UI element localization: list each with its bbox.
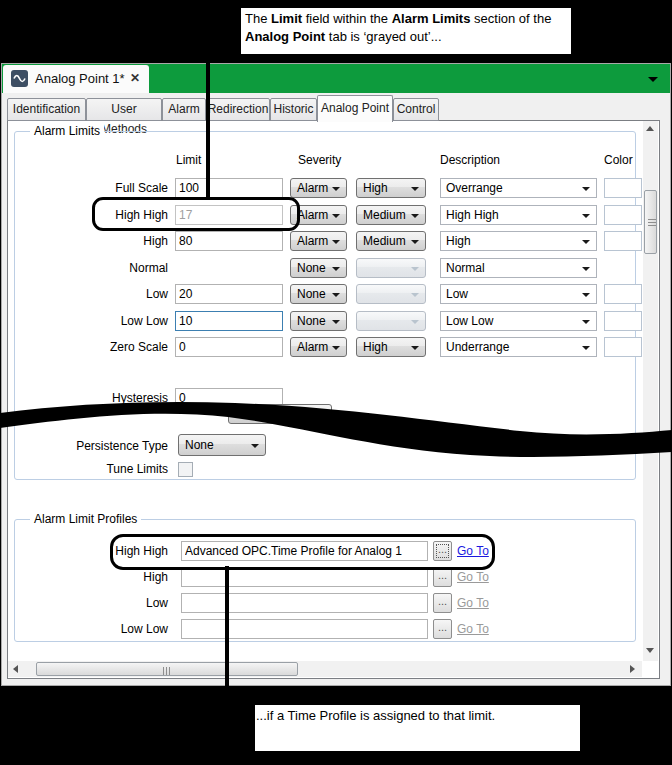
scroll-left-icon[interactable] [13,665,18,673]
color-swatch-high-high[interactable] [604,205,642,225]
chevron-down-icon [582,187,590,191]
callout-line-top [206,54,210,198]
vertical-scrollbar[interactable] [643,121,658,661]
tab-user-methods[interactable]: User Methods [86,98,162,121]
description-select-low[interactable]: Low [440,284,597,304]
color-swatch-zero-scale[interactable] [604,337,642,357]
chevron-down-icon [411,346,419,350]
chevron-down-icon [411,267,419,271]
description-select-low-low[interactable]: Low Low [440,311,597,331]
subseverity-select-normal [356,258,426,278]
browse-button-low-low[interactable]: ... [433,619,452,639]
goto-link-low[interactable]: Go To [457,596,489,610]
severity-select-full-scale[interactable]: Alarm [290,178,347,198]
document-title: Analog Point 1* [35,71,125,86]
image-tear [0,393,672,465]
limit-input-full-scale[interactable] [175,178,283,198]
description-select-full-scale[interactable]: Overrange [440,178,597,198]
limit-input-low[interactable] [175,284,283,304]
color-swatch-full-scale[interactable] [604,178,642,198]
chevron-down-icon [582,320,590,324]
chevron-down-icon [582,346,590,350]
chevron-down-icon [332,267,340,271]
chevron-down-icon [411,240,419,244]
column-header-severity: Severity [298,153,341,167]
tab-control[interactable]: Control [393,98,439,121]
description-select-normal[interactable]: Normal [440,258,597,278]
row-label-low-low: Low Low [30,311,168,331]
tab-alarm[interactable]: Alarm [162,98,206,121]
color-swatch-high[interactable] [604,231,642,251]
chevron-down-icon [411,293,419,297]
scroll-right-icon[interactable] [630,665,635,673]
row-label-high: High [30,231,168,251]
profile-label-high: High [30,567,168,587]
row-label-zero-scale: Zero Scale [30,337,168,357]
severity-select-normal[interactable]: None [290,258,347,278]
row-label-low: Low [30,284,168,304]
chevron-down-icon [332,320,340,324]
description-select-high-high[interactable]: High High [440,205,597,225]
horizontal-scrollbar-thumb[interactable] [36,662,298,676]
profile-input-low-low[interactable] [181,619,428,639]
goto-link-high[interactable]: Go To [457,570,489,584]
profile-input-low[interactable] [181,593,428,613]
browse-button-high[interactable]: ... [433,567,452,587]
column-header-description: Description [440,153,500,167]
severity-select-zero-scale[interactable]: Alarm [290,337,347,357]
chevron-down-icon [582,240,590,244]
callout-note-top: The Limit field within the Alarm Limits … [241,8,571,54]
limit-input-zero-scale[interactable] [175,337,283,357]
note-text: The [245,11,271,26]
close-icon[interactable]: ✕ [130,71,140,85]
tab-historic[interactable]: Historic [270,98,317,121]
subseverity-select-high[interactable]: Medium [356,231,426,251]
chevron-down-icon [411,320,419,324]
limit-input-high[interactable] [175,231,283,251]
chevron-down-icon [332,293,340,297]
callout-note-bottom: ...if a Time Profile is assigned to that… [255,705,580,751]
chevron-down-icon [582,214,590,218]
callout-circle-high-high-limit [92,197,300,231]
analog-point-icon [11,70,28,87]
row-label-normal: Normal [30,258,168,278]
goto-link-low-low[interactable]: Go To [457,622,489,636]
chevron-down-icon [332,240,340,244]
document-tab[interactable]: Analog Point 1* ✕ [3,65,149,93]
vertical-scrollbar-thumb[interactable] [644,190,657,254]
chevron-down-icon [332,346,340,350]
chevron-down-icon [411,214,419,218]
scroll-down-icon[interactable] [646,648,654,653]
horizontal-scrollbar[interactable] [8,661,642,677]
tab-redirection[interactable]: Redirection [206,98,270,121]
row-label-full-scale: Full Scale [30,178,168,198]
severity-select-high[interactable]: Alarm [290,231,347,251]
note-text: ...if a Time Profile is assigned to that… [256,708,495,723]
chevron-down-icon [332,214,340,218]
chevron-down-icon [582,293,590,297]
subseverity-select-zero-scale[interactable]: High [356,337,426,357]
color-swatch-low[interactable] [604,284,642,304]
tab-analog-point[interactable]: Analog Point [317,95,393,122]
chevron-down-icon [332,187,340,191]
subseverity-select-full-scale[interactable]: High [356,178,426,198]
tab-identification[interactable]: Identification [7,98,86,121]
color-swatch-low-low[interactable] [604,311,642,331]
chevron-down-icon [411,187,419,191]
callout-circle-high-high-profile [110,534,495,570]
chevron-down-icon [582,267,590,271]
subseverity-select-low [356,284,426,304]
tab-list-dropdown-icon[interactable] [648,77,658,82]
column-header-limit: Limit [176,153,201,167]
callout-line-bottom [225,566,229,706]
description-select-high[interactable]: High [440,231,597,251]
severity-select-low[interactable]: None [290,284,347,304]
severity-select-low-low[interactable]: None [290,311,347,331]
profile-input-high[interactable] [181,567,428,587]
description-select-zero-scale[interactable]: Underrange [440,337,597,357]
subseverity-select-high-high[interactable]: Medium [356,205,426,225]
browse-button-low[interactable]: ... [433,593,452,613]
scroll-up-icon[interactable] [646,126,654,131]
limit-input-low-low[interactable] [175,311,283,331]
alarm-limit-profiles-group-label: Alarm Limit Profiles [30,512,141,526]
